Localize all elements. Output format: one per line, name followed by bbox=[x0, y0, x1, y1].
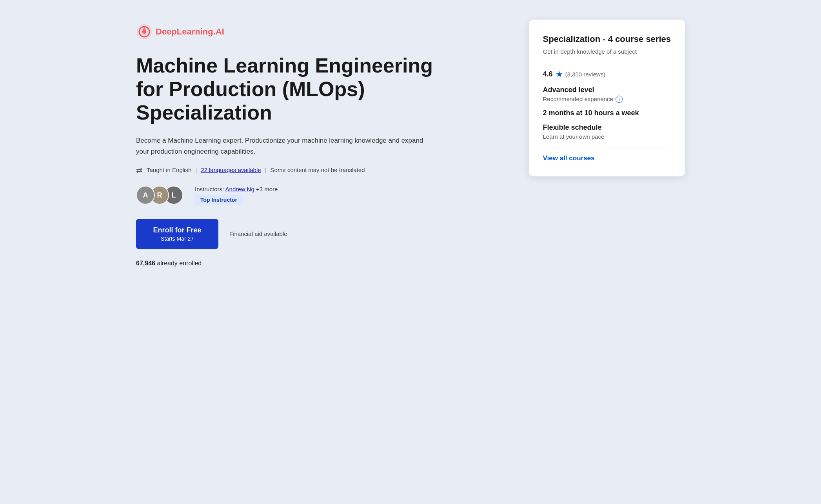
card-series-subtitle: Get in-depth knowledge of a subject bbox=[543, 48, 671, 55]
enroll-section: Enroll for Free Starts Mar 27 Financial … bbox=[136, 219, 458, 249]
view-all-courses-link[interactable]: View all courses bbox=[543, 154, 671, 162]
enrolled-count-section: 67,946 already enrolled bbox=[136, 260, 458, 267]
enrolled-label: already enrolled bbox=[157, 260, 202, 267]
avatar-1: A bbox=[136, 186, 155, 205]
rating-value: 4.6 bbox=[543, 70, 553, 78]
language-label: Taught in English bbox=[147, 167, 191, 173]
card-level-detail: Advanced level Recommended experience i bbox=[543, 86, 671, 103]
course-description: Become a Machine Learning expert. Produc… bbox=[136, 135, 434, 156]
top-instructor-badge: Top Instructor bbox=[195, 195, 243, 205]
instructor-info: Instructors: Andrew Ng +3 more Top Instr… bbox=[195, 186, 278, 205]
course-info-card: Specialization - 4 course series Get in-… bbox=[529, 20, 685, 176]
instructor-name-link[interactable]: Andrew Ng bbox=[225, 186, 254, 192]
card-duration-detail: 2 months at 10 hours a week bbox=[543, 109, 671, 117]
instructor-more: +3 more bbox=[256, 186, 278, 192]
card-level-title: Advanced level bbox=[543, 86, 671, 94]
avatar-group: A R L bbox=[136, 186, 183, 205]
course-title: Machine Learning Engineering for Product… bbox=[136, 54, 458, 124]
separator-2: | bbox=[265, 167, 267, 173]
financial-aid-text: Financial aid available bbox=[229, 230, 287, 237]
enroll-button-main-text: Enroll for Free bbox=[150, 226, 204, 234]
translate-icon: ⇄ bbox=[136, 165, 143, 175]
info-icon[interactable]: i bbox=[616, 96, 623, 103]
enrolled-number: 67,946 bbox=[136, 260, 155, 267]
card-divider-2 bbox=[543, 147, 671, 147]
enroll-button-sub-text: Starts Mar 27 bbox=[150, 236, 204, 242]
card-divider-1 bbox=[543, 63, 671, 63]
card-schedule-subtitle: Learn at your own pace bbox=[543, 133, 671, 140]
deeplearning-logo-icon bbox=[136, 24, 153, 40]
language-info: ⇄ Taught in English | 22 languages avail… bbox=[136, 165, 458, 175]
enroll-button[interactable]: Enroll for Free Starts Mar 27 bbox=[136, 219, 218, 249]
star-icon: ★ bbox=[556, 70, 562, 79]
logo-container: DeepLearning.AI bbox=[136, 24, 458, 40]
instructors-label: Instructors: bbox=[195, 186, 224, 192]
instructors-section: A R L Instructors: Andrew Ng +3 more Top… bbox=[136, 186, 458, 205]
language-link[interactable]: 22 languages available bbox=[201, 167, 261, 173]
language-note: Some content may not be translated bbox=[271, 167, 365, 173]
logo-text: DeepLearning.AI bbox=[156, 27, 224, 37]
card-series-title: Specialization - 4 course series bbox=[543, 34, 671, 45]
card-schedule-title: Flexible schedule bbox=[543, 123, 671, 132]
separator: | bbox=[195, 167, 197, 173]
left-section: DeepLearning.AI Machine Learning Enginee… bbox=[136, 16, 458, 267]
card-duration-title: 2 months at 10 hours a week bbox=[543, 109, 671, 117]
rating-count: (3,350 reviews) bbox=[565, 71, 606, 78]
card-rating: 4.6 ★ (3,350 reviews) bbox=[543, 70, 671, 79]
card-schedule-detail: Flexible schedule Learn at your own pace bbox=[543, 123, 671, 140]
instructor-line: Instructors: Andrew Ng +3 more bbox=[195, 186, 278, 192]
page-container: DeepLearning.AI Machine Learning Enginee… bbox=[136, 16, 685, 267]
card-level-subtitle: Recommended experience i bbox=[543, 96, 671, 103]
